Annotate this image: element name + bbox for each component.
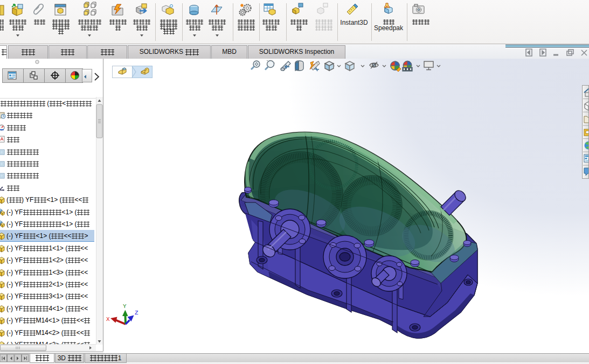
- svg-text:Y: Y: [123, 303, 127, 310]
- svg-text:Z: Z: [135, 310, 138, 316]
- svg-text:X: X: [106, 316, 110, 323]
